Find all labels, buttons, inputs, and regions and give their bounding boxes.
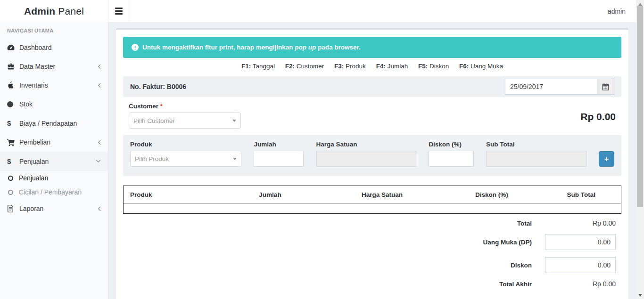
customer-select-placeholder: Pilih Customer xyxy=(133,117,175,124)
items-table: Produk Jumlah Harga Satuan Diskon (%) Su… xyxy=(123,186,621,214)
uang-muka-row: Uang Muka (DP) xyxy=(123,234,616,250)
produk-label: Produk xyxy=(130,141,241,148)
empty-table-row xyxy=(124,203,621,214)
vertical-scrollbar[interactable] xyxy=(636,0,644,299)
totals-section: Total Rp 0.00 Uang Muka (DP) Diskon Tota… xyxy=(123,219,621,288)
circle-o-icon xyxy=(8,190,13,195)
sidebar-subitem-label: Penjualan xyxy=(19,174,48,182)
apple-icon xyxy=(7,81,19,89)
total-label: Total xyxy=(517,220,532,227)
customer-label: Customer * xyxy=(129,103,241,110)
sidebar-item-label: Biaya / Pendapatan xyxy=(19,120,101,127)
file-text-icon xyxy=(7,205,19,212)
total-value: Rp 0.00 xyxy=(545,219,616,227)
customer-field: Customer * Pilih Customer xyxy=(129,103,241,129)
uang-muka-label: Uang Muka (DP) xyxy=(483,239,532,246)
chevron-left-icon xyxy=(98,206,101,211)
sidebar-item-penjualan[interactable]: Penjualan xyxy=(0,152,108,171)
briefcase-icon xyxy=(7,63,19,70)
sidebar-item-dashboard[interactable]: Dashboard xyxy=(0,38,108,57)
produk-select-placeholder: Pilih Produk xyxy=(135,155,169,162)
chevron-left-icon xyxy=(98,64,101,69)
circle-o-icon xyxy=(8,176,13,181)
logo-text: Admin Panel xyxy=(24,6,84,17)
grand-total-display: Rp 0.00 xyxy=(580,103,616,122)
app-window: Admin Panel admin NAVIGASI UTAMA Dashboa… xyxy=(0,0,636,299)
diskon-persen-input[interactable] xyxy=(429,151,474,167)
total-akhir-row: Total Akhir Rp 0.00 xyxy=(123,280,616,288)
required-asterisk: * xyxy=(160,103,163,110)
navbar: admin xyxy=(108,0,636,22)
sidebar-item-label: Penjualan xyxy=(19,158,96,165)
invoice-number-label: No. Faktur: B0006 xyxy=(130,83,186,90)
jumlah-input[interactable] xyxy=(254,151,304,167)
produk-field: Produk Pilih Produk xyxy=(130,141,241,167)
sidebar-subitem-cicilan-pembayaran[interactable]: Cicilan / Pembayaran xyxy=(0,185,108,199)
customer-select[interactable]: Pilih Customer xyxy=(129,113,241,129)
diskon-persen-field: Diskon (%) xyxy=(429,141,474,167)
harga-satuan-field: Harga Satuan xyxy=(316,141,417,167)
sidebar-item-label: Pembelian xyxy=(19,138,98,146)
top-navbar: Admin Panel admin xyxy=(0,0,636,22)
dollar-icon xyxy=(7,119,19,127)
invoice-header-bar: No. Faktur: B0006 xyxy=(123,76,621,97)
harga-satuan-input xyxy=(316,151,417,167)
date-input[interactable] xyxy=(505,79,597,95)
user-name: admin xyxy=(608,8,626,15)
cart-icon xyxy=(7,139,19,146)
sidebar-item-biaya-pendapatan[interactable]: Biaya / Pendapatan xyxy=(0,113,108,133)
sidebar-item-label: Dashboard xyxy=(19,44,101,51)
product-entry-bar: Produk Pilih Produk Jumlah Harga Satuan xyxy=(123,135,621,176)
dollar-icon xyxy=(7,157,19,165)
hamburger-icon xyxy=(115,8,123,15)
sidebar-toggle-button[interactable] xyxy=(108,0,129,22)
total-akhir-label: Total Akhir xyxy=(499,281,532,288)
sidebar-item-label: Inventaris xyxy=(19,81,98,89)
scroll-down-arrow-icon[interactable] xyxy=(636,291,644,299)
sidebar-section-label: NAVIGASI UTAMA xyxy=(0,22,108,38)
items-table-header-row: Produk Jumlah Harga Satuan Diskon (%) Su… xyxy=(124,186,621,203)
scrollbar-thumb[interactable] xyxy=(637,6,643,207)
navbar-spacer xyxy=(129,0,597,22)
logo[interactable]: Admin Panel xyxy=(0,0,108,22)
sidebar: NAVIGASI UTAMA Dashboard Data Master Inv… xyxy=(0,22,108,299)
uang-muka-input[interactable] xyxy=(545,234,616,250)
dashboard-icon xyxy=(7,44,19,51)
sidebar-item-inventaris[interactable]: Inventaris xyxy=(0,76,108,95)
alert-text: Untuk mengaktifkan fitur print, harap me… xyxy=(142,44,361,51)
caret-down-icon xyxy=(233,158,237,160)
column-header-harga-satuan: Harga Satuan xyxy=(322,186,442,203)
diskon-row: Diskon xyxy=(123,257,616,273)
content-area: Untuk mengaktifkan fitur print, harap me… xyxy=(108,22,636,299)
column-header-diskon: Diskon (%) xyxy=(442,186,541,203)
function-key-hints: F1: Tanggal F2: Customer F3: Produk F4: … xyxy=(123,58,621,76)
print-popup-alert: Untuk mengaktifkan fitur print, harap me… xyxy=(123,37,621,58)
diskon-persen-label: Diskon (%) xyxy=(429,141,474,148)
sidebar-item-label: Data Master xyxy=(19,63,98,70)
add-item-button[interactable]: + xyxy=(599,151,614,167)
sidebar-item-data-master[interactable]: Data Master xyxy=(0,57,108,76)
sub-total-field: Sub Total xyxy=(486,141,586,167)
user-menu[interactable]: admin xyxy=(597,0,636,22)
date-picker-group xyxy=(505,79,614,95)
column-header-sub-total: Sub Total xyxy=(542,186,621,203)
sidebar-subitem-label: Cicilan / Pembayaran xyxy=(19,188,82,196)
sales-form-card: Untuk mengaktifkan fitur print, harap me… xyxy=(116,28,628,299)
sidebar-item-laporan[interactable]: Laporan xyxy=(0,199,108,218)
chevron-down-icon xyxy=(96,160,101,163)
calendar-icon[interactable] xyxy=(597,79,614,95)
diskon-label: Diskon xyxy=(511,262,532,269)
sidebar-item-stok[interactable]: Stok xyxy=(0,95,108,113)
sidebar-subitem-penjualan[interactable]: Penjualan xyxy=(0,171,108,185)
column-header-jumlah: Jumlah xyxy=(218,186,322,203)
info-circle-icon xyxy=(132,44,139,51)
sub-total-label: Sub Total xyxy=(486,141,586,148)
jumlah-field: Jumlah xyxy=(254,141,304,167)
sidebar-item-pembelian[interactable]: Pembelian xyxy=(0,133,108,152)
produk-select[interactable]: Pilih Produk xyxy=(130,151,241,167)
jumlah-label: Jumlah xyxy=(254,141,304,148)
diskon-input[interactable] xyxy=(545,257,616,273)
chevron-left-icon xyxy=(98,83,101,88)
chevron-left-icon xyxy=(98,140,101,145)
logo-light: Panel xyxy=(58,6,84,16)
